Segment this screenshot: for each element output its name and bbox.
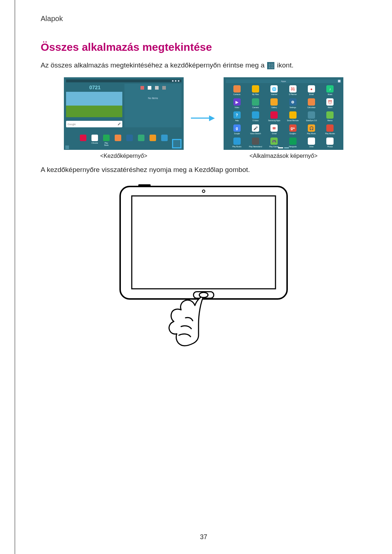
apps-grid: ContactsMy Files🌐Internet31S Planner●Ema… <box>226 83 341 151</box>
app-icon: Contacts <box>229 85 244 96</box>
dock-app: Chrome <box>91 135 98 146</box>
apps-grid-icon <box>267 62 274 69</box>
screens-row: 0721 Google 🎤 No items ChromePlay Store <box>41 77 367 159</box>
apps-button-highlight <box>172 139 181 148</box>
dock-app <box>161 135 168 146</box>
app-icon: Play Newsstand <box>248 138 263 148</box>
app-icon: Camera <box>248 98 263 109</box>
return-text: A kezdőképernyőre visszatéréshez nyomja … <box>41 164 367 175</box>
side-widget: No items <box>124 84 181 127</box>
dock-app <box>149 135 156 146</box>
app-icon: 🎮Play Games <box>267 138 282 148</box>
app-icon: ●Email <box>304 85 319 96</box>
app-icon: ?Help <box>229 111 244 122</box>
photo-widget <box>66 92 122 117</box>
app-icon: g+Google+ <box>285 124 300 135</box>
page-indicator <box>278 147 289 148</box>
svg-rect-1 <box>138 184 151 186</box>
apps-screen-thumbnail: Apps ContactsMy Files🌐Internet31S Planne… <box>224 77 343 150</box>
app-icon: Play Books <box>229 138 244 148</box>
app-icon: Samsung Apps <box>267 111 282 122</box>
side-widget-text: No items <box>148 97 158 99</box>
nav-indicator <box>65 145 69 149</box>
dock-app <box>114 135 122 146</box>
dock-app: Play Store <box>103 135 110 146</box>
search-bar: Google 🎤 <box>66 121 122 127</box>
section-heading: Összes alkalmazás megtekintése <box>41 41 367 53</box>
svg-rect-0 <box>120 186 287 299</box>
app-icon: ⚙Settings <box>285 98 300 109</box>
app-icon: ▶Video <box>229 98 244 109</box>
page-number: 37 <box>200 533 207 541</box>
app-icon: 🎧Play Music <box>304 124 319 135</box>
app-icon: My Files <box>248 85 263 96</box>
search-provider-label: Google <box>68 123 76 126</box>
app-icon: SideSync 3.0 <box>304 111 319 122</box>
breadcrumb: Alapok <box>41 15 367 23</box>
app-icon: Memo <box>323 111 338 122</box>
svg-point-3 <box>203 190 205 192</box>
dock-app <box>79 135 87 146</box>
status-bar <box>66 79 181 82</box>
app-icon: Drive <box>304 138 319 148</box>
arrow-icon <box>191 115 216 122</box>
home-screen-thumbnail: 0721 Google 🎤 No items ChromePlay Store <box>64 77 184 150</box>
apps-screen-title: Apps <box>226 79 341 83</box>
dock-app <box>126 135 133 146</box>
intro-paragraph: Az összes alkalmazás megtekintéséhez a k… <box>41 60 367 71</box>
app-icon: ♪Music <box>323 85 338 96</box>
app-icon: Smart Remote <box>285 111 300 122</box>
app-icon: Hangouts <box>285 138 300 148</box>
app-icon: Photos <box>323 138 338 148</box>
app-icon: 31S Planner <box>285 85 300 96</box>
app-icon: ⏰Alarm <box>323 98 338 109</box>
app-icon: Calculator <box>304 98 319 109</box>
app-icon: Gallery <box>267 98 282 109</box>
app-icon: ✉Gmail <box>267 124 282 135</box>
app-icon: gGoogle <box>229 124 244 135</box>
app-icon: Play Movies <box>323 124 338 135</box>
home-screen-caption: <Kezdőképernyő> <box>64 153 184 159</box>
apps-screen-caption: <Alkalmazások képernyő> <box>224 153 343 159</box>
svg-rect-2 <box>132 196 275 289</box>
tablet-home-button-diagram <box>113 183 294 364</box>
dock-app <box>138 135 145 146</box>
home-dock: ChromePlay Store <box>64 135 184 146</box>
mic-icon: 🎤 <box>118 123 121 126</box>
clock-widget: 0721 <box>68 85 122 90</box>
app-icon: 🎤Voice Search <box>248 124 263 135</box>
intro-text-before: Az összes alkalmazás megtekintéséhez a k… <box>41 61 266 69</box>
app-icon: 🌐Internet <box>267 85 282 96</box>
menu-icon <box>338 80 340 82</box>
app-icon: S Voice <box>248 111 263 122</box>
intro-text-after: ikont. <box>277 61 293 69</box>
svg-point-5 <box>199 292 208 297</box>
